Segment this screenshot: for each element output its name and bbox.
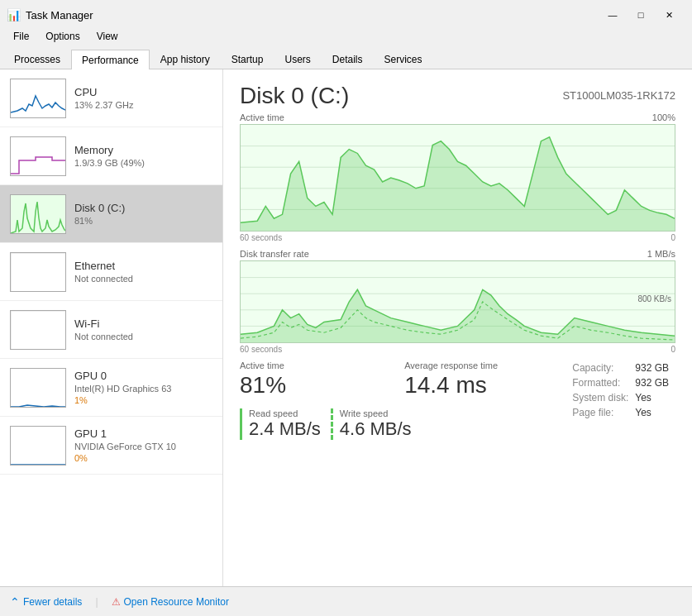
bottombar: ⌃ Fewer details | ⚠ Open Resource Monito… [0,586,692,616]
panel-model: ST1000LM035-1RK172 [562,83,675,102]
disk0-name: Disk 0 (C:) [74,202,212,214]
chart1-label: Active time [240,112,284,122]
svg-rect-0 [11,79,66,118]
sidebar-item-memory[interactable]: Memory 1.9/3.9 GB (49%) [0,127,222,185]
avg-response-stat: Average response time 14.4 ms [404,361,556,399]
maximize-button[interactable]: □ [628,7,654,23]
fewer-details-label: Fewer details [23,596,82,608]
chart2-time-left: 60 seconds [240,345,282,354]
minimize-button[interactable]: — [599,7,626,23]
tab-processes[interactable]: Processes [3,49,71,69]
gpu0-info: GPU 0 Intel(R) HD Graphics 63 1% [74,370,212,405]
avg-response-label: Average response time [404,361,556,370]
chart2-max: 1 MB/s [647,249,675,259]
tab-app-history[interactable]: App history [150,49,221,69]
read-speed-label: Read speed [249,408,321,418]
fewer-details-link[interactable]: ⌃ Fewer details [10,595,82,609]
svg-rect-6 [11,427,66,466]
system-disk-label: System disk: [572,390,635,405]
tab-users[interactable]: Users [274,49,321,69]
read-speed-block: Read speed 2.4 MB/s [240,408,321,440]
memory-thumbnail [10,136,66,176]
sidebar-item-wifi[interactable]: Wi-Fi Not connected [0,301,222,359]
gpu1-detail-line1: NVIDIA GeForce GTX 10 [74,442,212,451]
open-resource-monitor-link[interactable]: ⚠ Open Resource Monitor [112,596,229,608]
transfer-rate-chart: 800 KB/s [240,260,675,343]
avg-response-value: 14.4 ms [404,372,556,399]
write-speed-label: Write speed [340,408,412,418]
wifi-detail: Not connected [74,332,212,341]
active-time-chart [240,124,675,232]
menu-view[interactable]: View [90,29,125,44]
ethernet-thumbnail [10,252,66,292]
memory-name: Memory [74,144,212,156]
wifi-info: Wi-Fi Not connected [74,318,212,341]
chart2-kb-label: 800 KB/s [637,294,671,303]
titlebar: 📊 Task Manager — □ ✕ [0,0,692,26]
gpu0-thumbnail [10,368,66,408]
sidebar-item-gpu0[interactable]: GPU 0 Intel(R) HD Graphics 63 1% [0,359,222,417]
active-time-label: Active time [240,361,391,370]
active-time-value: 81% [240,372,391,399]
cpu-name: CPU [74,86,212,98]
wifi-name: Wi-Fi [74,318,212,330]
page-file-value: Yes [635,405,675,420]
chart1-time-row: 60 seconds 0 [240,233,675,242]
tab-performance[interactable]: Performance [71,50,150,69]
write-speed-block: Write speed 4.6 MB/s [331,408,412,440]
formatted-value: 932 GB [635,375,675,390]
sidebar-item-ethernet[interactable]: Ethernet Not connected [0,243,222,301]
tab-details[interactable]: Details [322,49,374,69]
sidebar: CPU 13% 2.37 GHz Memory 1.9/3.9 GB (49%) [0,69,223,586]
tab-startup[interactable]: Startup [221,49,274,69]
chart2-time-right: 0 [671,345,675,354]
gpu1-thumbnail [10,426,66,466]
disk0-info: Disk 0 (C:) 81% [74,202,212,226]
chart2-label-row: Disk transfer rate 1 MB/s [240,249,675,259]
right-panel: Disk 0 (C:) ST1000LM035-1RK172 Active ti… [223,69,692,586]
chart1-time-right: 0 [671,233,675,242]
wifi-thumbnail [10,310,66,350]
panel-title: Disk 0 (C:) [240,83,349,109]
sidebar-item-gpu1[interactable]: GPU 1 NVIDIA GeForce GTX 10 0% [0,417,222,475]
right-stats: Capacity: 932 GB Formatted: 932 GB Syste… [572,361,675,420]
gpu0-detail-line1: Intel(R) HD Graphics 63 [74,384,212,394]
chevron-up-icon: ⌃ [10,595,20,609]
page-file-label: Page file: [572,405,635,420]
transfer-rate-chart-section: Disk transfer rate 1 MB/s 800 KB/s [240,249,675,354]
app-icon: 📊 [7,8,21,21]
menu-options[interactable]: Options [39,29,86,44]
cpu-info: CPU 13% 2.37 GHz [74,86,212,110]
tab-services[interactable]: Services [374,49,433,69]
chart2-time-row: 60 seconds 0 [240,345,675,354]
sidebar-item-disk0[interactable]: Disk 0 (C:) 81% [0,185,222,243]
menubar: File Options View [0,26,692,46]
active-time-stat: Active time 81% [240,361,391,399]
disk0-detail: 81% [74,216,212,226]
memory-detail: 1.9/3.9 GB (49%) [74,158,212,168]
speed-row: Read speed 2.4 MB/s Write speed 4.6 MB/s [240,408,556,440]
stats-area: Active time 81% Average response time 14… [240,361,675,440]
titlebar-left: 📊 Task Manager [7,8,93,21]
top-stats-grid: Active time 81% Average response time 14… [240,361,556,399]
menu-file[interactable]: File [7,29,36,44]
svg-rect-4 [11,311,66,350]
gpu1-info: GPU 1 NVIDIA GeForce GTX 10 0% [74,427,212,463]
cpu-detail: 13% 2.37 GHz [74,100,212,110]
chart1-time-left: 60 seconds [240,233,282,242]
open-resource-monitor-label: Open Resource Monitor [124,596,229,608]
cpu-thumbnail [10,79,66,118]
ethernet-info: Ethernet Not connected [74,260,212,284]
left-stats: Active time 81% Average response time 14… [240,361,556,440]
disk0-thumbnail [10,194,66,234]
ethernet-name: Ethernet [74,260,212,272]
close-button[interactable]: ✕ [656,7,682,23]
capacity-label: Capacity: [572,361,635,375]
app-title: Task Manager [26,9,93,21]
read-speed-value: 2.4 MB/s [249,418,321,440]
gpu0-name: GPU 0 [74,370,212,382]
chart2-label: Disk transfer rate [240,249,309,259]
sidebar-item-cpu[interactable]: CPU 13% 2.37 GHz [0,69,222,127]
formatted-label: Formatted: [572,375,635,390]
active-time-chart-section: Active time 100% 60 seconds 0 [240,112,675,242]
